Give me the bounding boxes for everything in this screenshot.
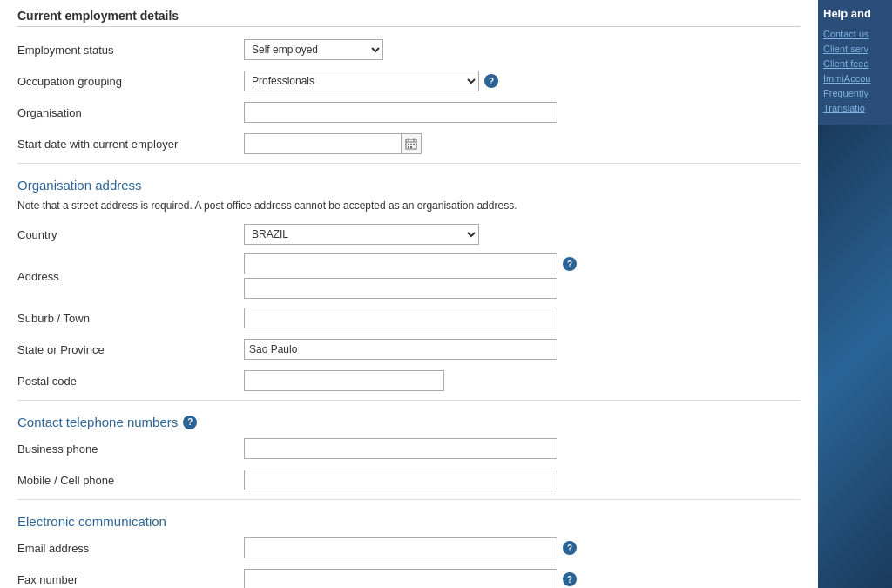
org-address-note: Note that a street address is required. … <box>17 199 801 212</box>
fax-row: Fax number ? <box>17 567 801 588</box>
fax-input[interactable] <box>244 569 558 588</box>
start-date-input[interactable] <box>244 133 401 154</box>
address-line1-input[interactable] <box>244 253 558 274</box>
organisation-label: Organisation <box>17 106 244 119</box>
svg-rect-5 <box>410 144 412 145</box>
sidebar: Help and Contact us Client serv Client f… <box>818 0 892 588</box>
country-field: BRAZIL AUSTRALIA UNITED STATES UNITED KI… <box>244 224 479 245</box>
svg-rect-6 <box>413 144 415 145</box>
employment-status-row: Employment status Self employed Employed… <box>17 37 801 62</box>
calendar-button[interactable] <box>401 133 422 154</box>
start-date-field <box>244 133 422 154</box>
state-label: State or Province <box>17 343 244 356</box>
mobile-phone-input[interactable] <box>244 470 558 490</box>
date-input-wrap <box>244 133 422 154</box>
organisation-row: Organisation <box>17 100 801 125</box>
section-title: Current employment details <box>17 9 801 27</box>
svg-rect-8 <box>410 146 412 148</box>
country-select[interactable]: BRAZIL AUSTRALIA UNITED STATES UNITED KI… <box>244 224 479 245</box>
occupation-grouping-field: Professionals Managers Technicians Cleri… <box>244 71 498 91</box>
blue-stripe <box>818 125 892 588</box>
occupation-grouping-label: Occupation grouping <box>17 75 244 88</box>
suburb-label: Suburb / Town <box>17 312 244 325</box>
main-form: Current employment details Employment st… <box>0 0 818 588</box>
business-phone-input[interactable] <box>244 438 558 459</box>
state-field: Sao Paulo <box>244 339 558 360</box>
employment-status-select[interactable]: Self employed Employed Unemployed Retire… <box>244 39 383 60</box>
country-label: Country <box>17 228 244 241</box>
help-link-client-feed[interactable]: Client feed <box>823 58 887 69</box>
country-row: Country BRAZIL AUSTRALIA UNITED STATES U… <box>17 222 801 247</box>
fax-help-icon[interactable]: ? <box>563 572 577 586</box>
help-link-contact[interactable]: Contact us <box>823 29 887 39</box>
address-row: Address ? <box>17 253 801 299</box>
svg-rect-7 <box>408 146 409 148</box>
help-link-immiaccou[interactable]: ImmiAccou <box>823 73 887 84</box>
help-link-translatio[interactable]: Translatio <box>823 103 887 113</box>
svg-rect-4 <box>408 144 409 145</box>
postal-code-row: Postal code <box>17 368 801 393</box>
address-label: Address <box>17 270 244 283</box>
address-field: ? <box>244 253 577 299</box>
occupation-help-icon[interactable]: ? <box>484 74 498 88</box>
occupation-grouping-select[interactable]: Professionals Managers Technicians Cleri… <box>244 71 479 91</box>
suburb-field <box>244 308 558 328</box>
suburb-input[interactable] <box>244 308 558 328</box>
help-panel-title: Help and <box>823 7 887 20</box>
business-phone-label: Business phone <box>17 443 244 456</box>
contact-help-icon[interactable]: ? <box>183 416 197 429</box>
email-label: Email address <box>17 542 244 555</box>
employment-status-field: Self employed Employed Unemployed Retire… <box>244 39 383 60</box>
email-row: Email address ? <box>17 536 801 560</box>
contact-title: Contact telephone numbers <box>17 415 178 429</box>
organisation-field <box>244 102 558 123</box>
start-date-row: Start date with current employer <box>17 132 801 156</box>
employment-status-label: Employment status <box>17 44 244 57</box>
address-line2-input[interactable] <box>244 278 558 299</box>
postal-code-input[interactable] <box>244 370 444 391</box>
email-help-icon[interactable]: ? <box>563 541 577 555</box>
calendar-icon <box>405 138 417 150</box>
state-row: State or Province Sao Paulo <box>17 337 801 362</box>
start-date-label: Start date with current employer <box>17 138 244 151</box>
mobile-phone-label: Mobile / Cell phone <box>17 474 244 487</box>
help-panel: Help and Contact us Client serv Client f… <box>818 0 892 125</box>
help-link-client-serv[interactable]: Client serv <box>823 44 887 54</box>
postal-code-label: Postal code <box>17 375 244 388</box>
suburb-row: Suburb / Town <box>17 306 801 330</box>
organisation-input[interactable] <box>244 102 558 123</box>
mobile-phone-row: Mobile / Cell phone <box>17 468 801 492</box>
electronic-title: Electronic communication <box>17 514 801 529</box>
address-help-icon[interactable]: ? <box>563 257 577 271</box>
org-address-title: Organisation address <box>17 178 801 193</box>
occupation-grouping-row: Occupation grouping Professionals Manage… <box>17 69 801 93</box>
help-link-frequently[interactable]: Frequently <box>823 88 887 98</box>
business-phone-row: Business phone <box>17 436 801 461</box>
email-input[interactable] <box>244 537 558 558</box>
fax-label: Fax number <box>17 573 244 586</box>
state-input[interactable]: Sao Paulo <box>244 339 558 360</box>
email-field: ? <box>244 537 577 558</box>
postal-code-field <box>244 370 444 391</box>
business-phone-field <box>244 438 558 459</box>
mobile-phone-field <box>244 470 558 490</box>
fax-field: ? <box>244 569 577 588</box>
